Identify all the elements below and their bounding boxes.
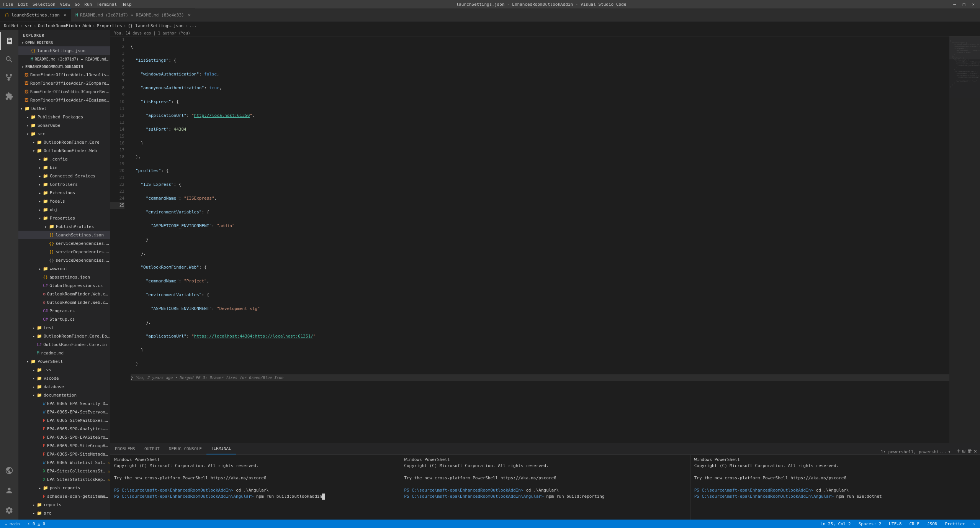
sidebar-item-dotnet[interactable]: ▾ 📁 DotNet (18, 104, 110, 113)
sidebar-item-service-dep-local[interactable]: {} serviceDependencies.local.json (18, 248, 110, 256)
sidebar-item-posh-reports[interactable]: ▸ 📁 posh reports (18, 484, 110, 492)
menu-selection[interactable]: Selection (33, 2, 56, 7)
trash-terminal-button[interactable]: 🗑 (967, 448, 972, 454)
titlebar-menu-items[interactable]: File Edit Selection View Go Run Terminal… (3, 2, 132, 7)
sidebar-item-bin[interactable]: ▸ 📁 bin (18, 163, 110, 172)
split-terminal-button[interactable]: ⊞ (962, 448, 965, 454)
sidebar-item-epa-security-guide[interactable]: W EPA-0365-EPA-Security-Deployment-Guide… (18, 399, 110, 408)
panel-tab-problems[interactable]: PROBLEMS (110, 443, 140, 454)
list-item[interactable]: 🖼 RoomFinderOfficeAddin-1Results.png (18, 71, 110, 79)
sidebar-item-epa-mailboxes[interactable]: P EPA-0365-SiteMailboxes.pdf (18, 416, 110, 425)
sidebar-item-core[interactable]: ▸ 📁 OutlookRoomFinder.Core (18, 138, 110, 146)
sidebar-item-vs[interactable]: ▸ 📁 .vs (18, 366, 110, 374)
sidebar-item-launch-settings[interactable]: {} launchSettings.json (18, 231, 110, 239)
sidebar-item-core-in[interactable]: C# OutlookRoomFinder.Core.in (18, 340, 110, 349)
code-content[interactable]: { "iisSettings": { "windowsAuthenticatio… (128, 36, 949, 443)
menu-edit[interactable]: Edit (18, 2, 28, 7)
sidebar-item-config[interactable]: ▸ 📁 .config (18, 155, 110, 163)
sidebar-item-epa-collections[interactable]: X EPA-SitesCollectionsStatisticsReport.x… (18, 467, 110, 475)
sidebar-item-epa-analytics[interactable]: P EPA-0365-SPO-Analytics-Usage-Guide.pdf (18, 425, 110, 433)
sidebar-item-startup[interactable]: C# Startup.cs (18, 315, 110, 323)
maximize-button[interactable]: □ (960, 2, 968, 7)
list-item[interactable]: 🖼 RoomFinderOfficeAddin-2Compare.png (18, 79, 110, 87)
sidebar-item-global-suppressions[interactable]: C# GlobalSuppressions.cs (18, 281, 110, 290)
tab-readme-diff[interactable]: M README.md (2c871d7) ↔ README.md (83c4d… (71, 8, 195, 21)
list-item[interactable]: 🖼 RoomFinderOfficeAddin-3CompareRecurren… (18, 87, 110, 96)
sidebar-item-epa-whitelist[interactable]: W EPA-0365-Whitelist-Solution-Desgind.do… (18, 458, 110, 467)
sidebar-item-database[interactable]: ▸ 📁 database (18, 382, 110, 391)
tab-close-readme-diff[interactable]: ✕ (188, 12, 191, 18)
sidebar-item-appsettings[interactable]: {} appsettings.json (18, 273, 110, 281)
status-eol[interactable]: CRLF (908, 521, 921, 526)
terminal-pane-2[interactable]: Windows PowerShell Copyright (C) Microso… (400, 455, 690, 520)
sidebar-item-connected-services[interactable]: ▸ 📁 Connected Services (18, 172, 110, 180)
menu-run[interactable]: Run (84, 2, 92, 7)
sidebar-item-reports[interactable]: ▸ 📁 reports (18, 500, 110, 509)
sidebar-section-project[interactable]: ▾ ENHANCEDROOMMOUTLOOKADDIN (18, 63, 110, 71)
sidebar-item-program[interactable]: C# Program.cs (18, 307, 110, 315)
activity-git[interactable] (0, 69, 18, 87)
sidebar-item-csproj-user[interactable]: ⚙ OutlookRoomFinder.Web.csproj.user (18, 298, 110, 307)
activity-search[interactable] (0, 50, 18, 69)
minimize-button[interactable]: ─ (951, 2, 958, 7)
activity-extensions[interactable] (0, 87, 18, 105)
breadcrumb-src[interactable]: src (25, 23, 32, 28)
sidebar-item-src-ps[interactable]: ▸ 📁 src (18, 509, 110, 517)
sidebar-item-publish-profiles[interactable]: ▸ 📁 PublishProfiles (18, 222, 110, 231)
sidebar-item-wwwroot[interactable]: ▸ 📁 wwwroot (18, 264, 110, 273)
menu-file[interactable]: File (3, 2, 13, 7)
breadcrumb-launch[interactable]: {} launchSettings.json (128, 23, 183, 28)
sidebar-item-web[interactable]: ▾ 📁 OutlookRoomFinder.Web (18, 146, 110, 155)
menu-help[interactable]: Help (121, 2, 132, 7)
add-terminal-button[interactable]: + (957, 447, 960, 454)
status-notifications[interactable]: ⚡ (971, 521, 977, 526)
sidebar-item-properties[interactable]: ▾ 📁 Properties (18, 214, 110, 222)
activity-settings[interactable] (0, 501, 18, 520)
sidebar-item-csproj[interactable]: ⚙ OutlookRoomFinder.Web.csproj (18, 290, 110, 298)
open-editor-launch-settings[interactable]: {} launchSettings.json (18, 46, 110, 55)
breadcrumb-properties[interactable]: Properties (97, 23, 122, 28)
sidebar-item-epa-seteveryone[interactable]: W EPA-0365-EPA-SetEveryone-Deployment-Gu… (18, 408, 110, 416)
sidebar-item-models[interactable]: ▸ 📁 Models (18, 197, 110, 205)
terminal-pane-3[interactable]: Windows PowerShell Copyright (C) Microso… (690, 455, 980, 520)
panel-tab-debug-console[interactable]: DEBUG CONSOLE (164, 443, 206, 454)
sidebar-item-epa-stats[interactable]: X EPA-SitesStatisticsReport_10_28_2014.x… (18, 475, 110, 484)
tab-launch-settings[interactable]: {} launchSettings.json ✕ (0, 8, 71, 21)
sidebar-item-epa-sitegroup[interactable]: P EPA-0365-SPO-EPASiteGroupAssociation.p… (18, 433, 110, 441)
activity-accounts[interactable] (0, 481, 18, 500)
sidebar-item-extensions[interactable]: ▸ 📁 Extensions (18, 189, 110, 197)
status-encoding[interactable]: UTF-8 (887, 521, 903, 526)
sidebar-item-powershell[interactable]: ▾ 📁 PowerShell (18, 357, 110, 366)
sidebar-item-readme-dotnet[interactable]: M readme.md (18, 349, 110, 357)
sidebar-item-service-dep-local-user[interactable]: {} serviceDependencies.local.json.user (18, 256, 110, 264)
activity-explorer[interactable] (0, 32, 18, 50)
sidebar-item-dotset[interactable]: ▸ 📁 OutlookRoomFinder.Core.DotSetings (18, 332, 110, 340)
status-formatter[interactable]: Prettier (943, 521, 967, 526)
terminal-title-dropdown[interactable]: 1: powershell, powershi... ▾ (878, 449, 954, 454)
sidebar-section-open-editors[interactable]: ▾ OPEN EDITORS (18, 39, 110, 46)
sidebar-item-vscode[interactable]: ▸ 📁 vscode (18, 374, 110, 382)
sidebar-item-sonarqube[interactable]: ▸ 📁 SonarQube (18, 121, 110, 130)
menu-go[interactable]: Go (75, 2, 80, 7)
sidebar-item-epa-sitemeta[interactable]: P EPA-0365-SPO-SiteMetadata.pdf (18, 450, 110, 458)
terminal-pane-1[interactable]: Windows PowerShell Copyright (C) Microso… (110, 455, 400, 520)
panel-tab-terminal[interactable]: TERMINAL (206, 443, 236, 454)
breadcrumb-ellipsis[interactable]: ... (189, 23, 197, 28)
sidebar-item-obj[interactable]: ▸ 📁 obj (18, 205, 110, 214)
breadcrumb-web[interactable]: OutlookRoomFinder.Web (38, 23, 91, 28)
activity-remote[interactable] (0, 461, 18, 480)
sidebar-item-src[interactable]: ▾ 📁 src (18, 130, 110, 138)
code-editor[interactable]: 1 2 3 4 5 6 7 8 9 10 11 12 13 14 (110, 36, 949, 443)
sidebar-item-schedule-scan[interactable]: P schedule-scan-getsitemetadata.pdf (18, 492, 110, 500)
sidebar-item-epa-sitegroup2[interactable]: P EPA-0365-SPO-SiteGroupAssociation.pdf (18, 441, 110, 450)
sidebar-item-documentation[interactable]: ▾ 📁 documentation (18, 391, 110, 399)
close-panel-button[interactable]: ✕ (974, 448, 977, 454)
menu-terminal[interactable]: Terminal (97, 2, 117, 7)
breadcrumb-dotnet[interactable]: DotNet (4, 23, 19, 28)
window-controls[interactable]: ─ □ ✕ (951, 2, 977, 7)
status-git-branch[interactable]: ☁ main (3, 521, 21, 526)
menu-view[interactable]: View (60, 2, 70, 7)
sidebar-item-src-top[interactable]: ▸ 📁 Published Packages (18, 113, 110, 121)
status-line-col[interactable]: Ln 25, Col 2 (819, 521, 852, 526)
list-item[interactable]: 🖼 RoomFinderOfficeAddin-4Equipment.png (18, 96, 110, 104)
